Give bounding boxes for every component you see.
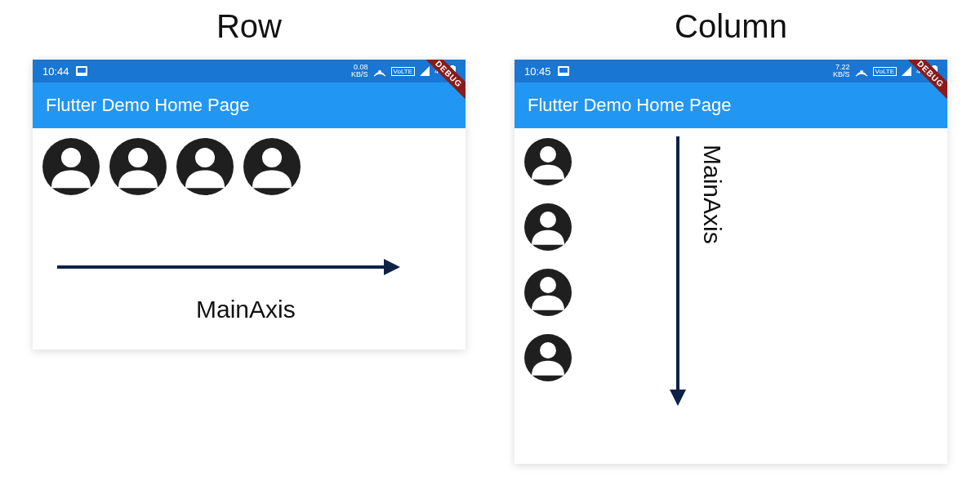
person-icon [524, 269, 572, 316]
column-widget [524, 138, 938, 381]
main-axis-label: MainAxis [698, 145, 726, 244]
screen-icon [76, 66, 87, 76]
person-icon [524, 138, 572, 185]
app-bar: Flutter Demo Home Page [33, 82, 466, 128]
main-axis-arrow-down-icon [662, 136, 694, 406]
person-icon [524, 203, 572, 251]
hotspot-icon [373, 65, 386, 77]
network-speed: 0.08KB/S [351, 64, 368, 78]
status-bar: 10:44 0.08KB/S VoLTE 4G [33, 60, 466, 82]
column-heading: Column [675, 8, 787, 45]
battery-icon [931, 65, 938, 77]
network-type: 4G [916, 67, 926, 75]
column-example: Column DEBUG 10:45 7.22KB/S VoLTE [514, 8, 947, 464]
person-icon [524, 334, 572, 381]
column-body: MainAxis [514, 128, 947, 464]
hotspot-icon [855, 65, 868, 77]
app-bar-title: Flutter Demo Home Page [46, 95, 249, 116]
row-widget [42, 138, 456, 195]
svg-marker-10 [670, 390, 686, 406]
row-phone: DEBUG 10:44 0.08KB/S VoLTE 4G [33, 60, 466, 350]
main-axis-label: MainAxis [196, 296, 296, 323]
status-time: 10:44 [42, 65, 69, 78]
signal-icon [902, 66, 911, 76]
volte-badge: VoLTE [873, 67, 897, 76]
app-bar-title: Flutter Demo Home Page [528, 95, 731, 116]
network-type: 4G [434, 67, 444, 75]
status-time: 10:45 [524, 65, 551, 78]
row-heading: Row [216, 8, 282, 45]
volte-badge: VoLTE [391, 67, 415, 76]
person-icon [109, 138, 167, 195]
person-icon [42, 138, 100, 195]
battery-icon [449, 65, 456, 77]
person-icon [176, 138, 234, 195]
column-phone: DEBUG 10:45 7.22KB/S VoLTE 4G [514, 60, 947, 464]
person-icon [243, 138, 301, 195]
row-body: MainAxis [33, 128, 466, 350]
app-bar: Flutter Demo Home Page [514, 82, 947, 128]
status-bar: 10:45 7.22KB/S VoLTE 4G [514, 60, 947, 82]
svg-marker-8 [384, 259, 400, 275]
signal-icon [420, 66, 430, 76]
main-axis-arrow-right-icon [57, 251, 400, 283]
row-example: Row DEBUG 10:44 0.08KB/S VoLTE 4 [33, 8, 466, 350]
network-speed: 7.22KB/S [833, 64, 850, 78]
screen-icon [558, 66, 569, 76]
